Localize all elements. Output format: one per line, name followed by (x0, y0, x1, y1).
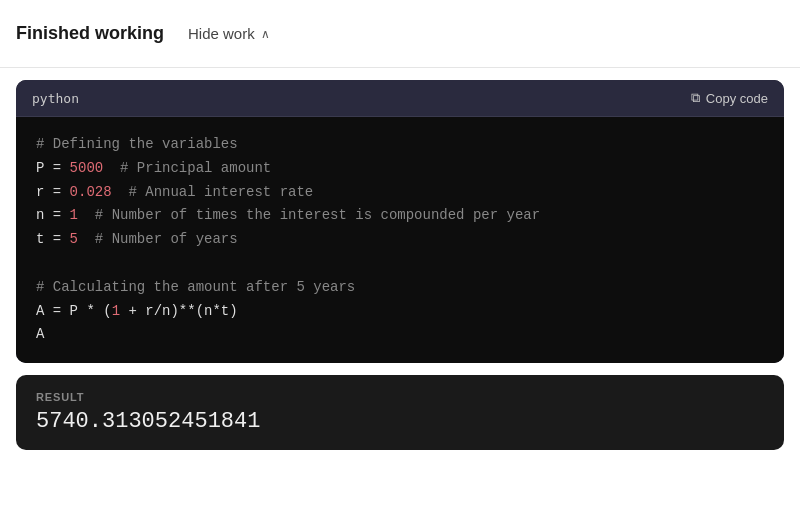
code-language-label: python (32, 91, 79, 106)
copy-code-label: Copy code (706, 91, 768, 106)
copy-code-button[interactable]: ⧉ Copy code (691, 90, 768, 106)
main-content: python ⧉ Copy code # Defining the variab… (0, 68, 800, 462)
result-label: RESULT (36, 391, 764, 403)
hide-work-label: Hide work (188, 25, 255, 42)
copy-icon: ⧉ (691, 90, 700, 106)
hide-work-button[interactable]: Hide work ∧ (180, 21, 278, 46)
chevron-up-icon: ∧ (261, 27, 270, 41)
finished-working-label: Finished working (16, 23, 164, 44)
code-body: # Defining the variables P = 5000 # Prin… (16, 117, 784, 363)
top-bar: Finished working Hide work ∧ (0, 0, 800, 68)
code-header: python ⧉ Copy code (16, 80, 784, 117)
code-block-wrapper: python ⧉ Copy code # Defining the variab… (16, 80, 784, 363)
code-content: # Defining the variables P = 5000 # Prin… (36, 133, 764, 347)
result-value: 5740.313052451841 (36, 409, 764, 434)
result-block: RESULT 5740.313052451841 (16, 375, 784, 450)
